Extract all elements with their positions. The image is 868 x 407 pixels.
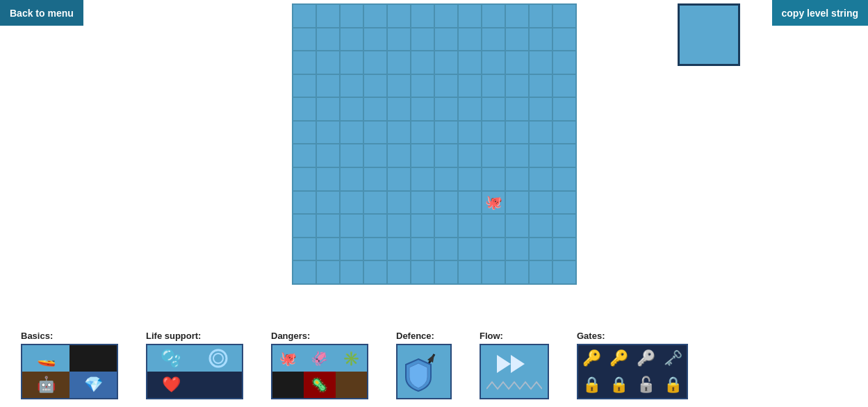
grid-cell[interactable] (411, 191, 434, 215)
grid-cell[interactable] (293, 28, 316, 51)
grid-cell[interactable] (340, 28, 363, 51)
copy-level-string-button[interactable]: copy level string (772, 0, 868, 26)
grid-cell[interactable] (340, 238, 363, 261)
grid-cell[interactable] (434, 260, 458, 284)
gate-lock-green[interactable]: 🔒 (605, 372, 632, 398)
gate-lock-yellow[interactable]: 🔒 (660, 372, 687, 398)
flow-panel[interactable] (480, 344, 549, 399)
grid-cell[interactable] (387, 51, 411, 74)
basics-panel[interactable]: 🚤 🤖 💎 (21, 344, 118, 399)
grid-cell[interactable] (529, 260, 552, 284)
grid-cell[interactable] (363, 260, 387, 284)
grid-cell[interactable] (458, 238, 482, 261)
grid-cell[interactable] (363, 191, 387, 215)
grid-cell[interactable] (529, 97, 552, 121)
grid-cell[interactable] (387, 144, 411, 167)
grid-cell[interactable] (434, 97, 458, 121)
grid-cell[interactable] (387, 214, 411, 238)
grid-cell[interactable] (458, 191, 482, 215)
grid-cell[interactable] (340, 144, 363, 167)
gates-panel[interactable]: 🔑 🔑 🔑 🗝️ 🔒 🔒 🔓 🔒 (577, 344, 688, 399)
grid-cell[interactable] (552, 167, 576, 191)
grid-cell[interactable] (411, 214, 434, 238)
grid-cell[interactable] (505, 214, 529, 238)
ls-cell-3[interactable] (195, 372, 242, 398)
danger-cell-4[interactable]: 🦠 (304, 372, 335, 398)
grid-cell[interactable] (411, 28, 434, 51)
grid-cell[interactable] (505, 144, 529, 167)
grid-cell[interactable] (387, 260, 411, 284)
grid-cell[interactable] (316, 97, 340, 121)
grid-cell[interactable] (293, 214, 316, 238)
gate-key-gray[interactable]: 🔑 (632, 345, 660, 372)
grid-cell[interactable] (293, 238, 316, 261)
grid-cell[interactable] (340, 260, 363, 284)
grid-cell[interactable] (458, 144, 482, 167)
grid-cell[interactable] (340, 97, 363, 121)
grid-cell[interactable] (505, 74, 529, 98)
grid-cell[interactable] (293, 74, 316, 98)
grid-cell[interactable] (363, 51, 387, 74)
grid-cell[interactable] (434, 144, 458, 167)
gate-lock-red[interactable]: 🔒 (578, 372, 605, 398)
grid-cell[interactable] (482, 74, 505, 98)
grid-cell[interactable] (482, 28, 505, 51)
grid-cell[interactable] (316, 4, 340, 28)
grid-cell[interactable] (529, 214, 552, 238)
grid-cell[interactable] (316, 28, 340, 51)
grid-cell[interactable] (458, 260, 482, 284)
grid-cell[interactable] (387, 4, 411, 28)
gate-lock-gray[interactable]: 🔓 (632, 372, 660, 398)
grid-cell[interactable] (482, 121, 505, 144)
grid-cell[interactable] (505, 191, 529, 215)
grid-cell[interactable] (363, 97, 387, 121)
grid-cell[interactable] (411, 4, 434, 28)
grid-cell[interactable] (363, 167, 387, 191)
basics-cell-3[interactable]: 💎 (69, 372, 117, 398)
grid-cell[interactable] (458, 214, 482, 238)
grid-cell[interactable] (340, 74, 363, 98)
grid-cell[interactable] (505, 238, 529, 261)
dangers-panel[interactable]: 🐙 🦑 ✳️ 🦠 (271, 344, 368, 399)
grid-cell[interactable] (340, 51, 363, 74)
grid-cell[interactable] (340, 214, 363, 238)
grid-cell[interactable] (458, 51, 482, 74)
grid-cell[interactable] (387, 238, 411, 261)
basics-cell-0[interactable]: 🚤 (22, 345, 69, 372)
grid-cell[interactable] (434, 28, 458, 51)
grid-cell[interactable] (434, 51, 458, 74)
grid-cell[interactable] (411, 51, 434, 74)
grid-cell[interactable] (458, 74, 482, 98)
grid-cell[interactable] (340, 191, 363, 215)
grid-cell[interactable] (434, 4, 458, 28)
grid-cell[interactable] (482, 97, 505, 121)
grid-cell[interactable] (411, 260, 434, 284)
danger-cell-0[interactable]: 🐙 (272, 345, 304, 372)
grid-cell[interactable] (387, 74, 411, 98)
grid-cell[interactable] (293, 167, 316, 191)
grid-cell[interactable] (387, 97, 411, 121)
grid-cell[interactable] (411, 74, 434, 98)
grid-cell[interactable] (529, 191, 552, 215)
grid-cell[interactable] (411, 167, 434, 191)
grid-cell[interactable] (482, 51, 505, 74)
danger-cell-3[interactable] (272, 372, 304, 398)
grid-cell[interactable] (552, 74, 576, 98)
grid-cell[interactable] (552, 121, 576, 144)
grid-cell[interactable] (529, 121, 552, 144)
ls-cell-2[interactable]: ❤️ (147, 372, 195, 398)
grid-cell[interactable] (552, 214, 576, 238)
ls-cell-0[interactable]: 🫧 (147, 345, 195, 372)
grid-cell[interactable] (434, 121, 458, 144)
gate-key-red[interactable]: 🔑 (578, 345, 605, 372)
grid-cell[interactable] (316, 167, 340, 191)
grid-cell[interactable] (505, 260, 529, 284)
grid-cell[interactable] (505, 4, 529, 28)
defence-panel[interactable] (396, 344, 452, 399)
grid-cell[interactable] (529, 167, 552, 191)
grid-cell[interactable] (482, 167, 505, 191)
grid-cell[interactable] (411, 144, 434, 167)
grid-cell[interactable] (505, 28, 529, 51)
grid-cell[interactable] (552, 260, 576, 284)
basics-cell-2[interactable]: 🤖 (22, 372, 69, 398)
